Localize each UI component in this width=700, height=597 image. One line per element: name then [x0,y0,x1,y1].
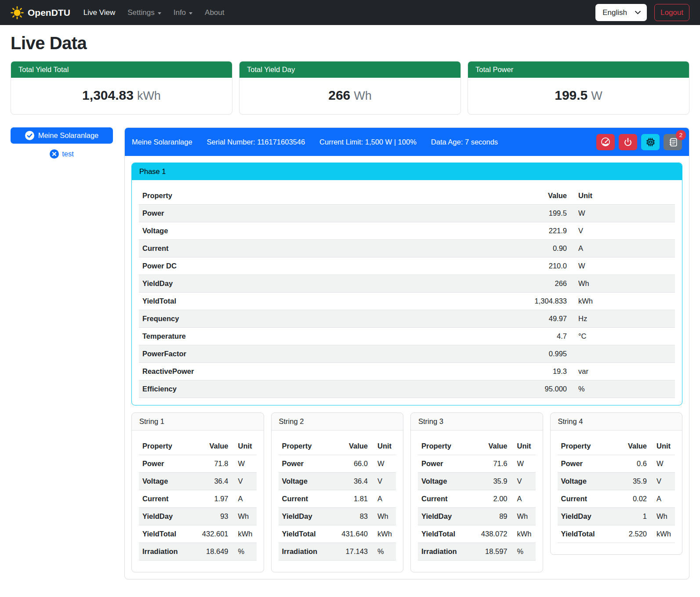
limit-settings-button[interactable] [596,134,615,150]
property-label: Temperature [139,328,513,345]
property-label: Current [139,240,513,257]
event-log-button[interactable]: 2 [664,134,682,150]
inverter-data-age: Data Age: 7 seconds [431,138,498,146]
property-value: 18.597 [472,543,511,561]
property-label: YieldDay [558,508,612,525]
stat-unit: kWh [137,89,161,102]
string-card: String 2 Property Value Unit Power66.0WV… [271,412,404,572]
property-unit: W [570,257,675,275]
string-table: Property Value Unit Power0.6WVoltage35.9… [558,438,675,543]
table-row: PowerFactor0.995 [139,345,675,363]
property-value: 0.02 [612,490,650,508]
property-label: Voltage [139,473,193,490]
inverter-serial: Serial Number: 116171603546 [207,138,305,146]
speedometer-icon [601,137,610,147]
nav-item-label: Info [174,8,186,17]
table-row: Power DC210.0W [139,257,675,275]
table-row: Current0.90A [139,240,675,257]
property-label: ReactivePower [139,363,513,380]
nav-item-label: Settings [127,8,154,17]
property-label: Voltage [418,473,472,490]
nav-item-settings[interactable]: Settings [127,8,161,17]
inverter-item-test[interactable]: test [11,149,113,159]
table-row: Current1.97A [139,490,257,508]
property-unit: V [650,473,675,490]
property-label: Current [418,490,472,508]
table-row: Voltage35.9V [558,473,675,490]
table-row: YieldTotal432.601kWh [139,525,257,543]
table-header-row: Property Value Unit [418,438,536,455]
property-value: 18.649 [193,543,232,561]
table-row: Current1.81A [279,490,396,508]
property-label: YieldTotal [279,525,333,543]
property-label: Voltage [279,473,333,490]
property-unit: Wh [232,508,257,525]
string-card-body: Property Value Unit Power71.6WVoltage35.… [411,431,543,572]
property-unit [570,345,675,363]
journal-text-icon [668,137,678,147]
inverter-name: Meine Solaranlage [132,138,192,146]
property-label: Current [279,490,333,508]
column-value: Value [193,438,232,455]
property-label: Power [139,455,193,473]
power-toggle-button[interactable] [619,134,637,150]
table-row: Voltage36.4V [279,473,396,490]
device-info-button[interactable] [641,134,660,150]
selected-inverter-button[interactable]: Meine Solaranlage [11,127,113,144]
property-unit: kWh [232,525,257,543]
property-value: 49.97 [513,310,570,328]
column-value: Value [472,438,511,455]
logout-button[interactable]: Logout [654,4,689,21]
table-row: Voltage36.4V [139,473,257,490]
string-card-title: String 3 [411,413,543,431]
phase-table: Property Value Unit Power199.5WVoltage22… [139,187,675,398]
property-label: Current [558,490,612,508]
property-unit: A [232,490,257,508]
property-unit: A [570,240,675,257]
column-value: Value [612,438,650,455]
stat-value: 266 [328,88,350,102]
property-unit: Hz [570,310,675,328]
strings-row: String 1 Property Value Unit Power71.8WV… [131,412,682,572]
nav-item-about[interactable]: About [205,8,224,17]
table-header-row: Property Value Unit [558,438,675,455]
property-label: Irradiation [139,543,193,561]
table-row: YieldTotal2.520kWh [558,525,675,543]
property-value: 199.5 [513,205,570,222]
property-value: 71.8 [193,455,232,473]
string-card-body: Property Value Unit Power66.0WVoltage36.… [272,431,403,572]
table-row: Power199.5W [139,205,675,222]
column-property: Property [139,438,193,455]
property-unit: V [232,473,257,490]
table-row: YieldDay89Wh [418,508,536,525]
column-unit: Unit [232,438,257,455]
column-property: Property [139,187,513,205]
property-label: YieldTotal [418,525,472,543]
property-label: Irradiation [418,543,472,561]
property-value: 35.9 [612,473,650,490]
property-label: YieldTotal [558,525,612,543]
nav-item-info[interactable]: Info [174,8,192,17]
property-label: Power [139,205,513,222]
table-row: Temperature4.7°C [139,328,675,345]
property-value: 2.00 [472,490,511,508]
column-property: Property [558,438,612,455]
language-select[interactable]: English [595,4,647,21]
property-unit: V [511,473,536,490]
totals-row: Total Yield Total 1,304.83kWh Total Yiel… [11,61,689,115]
column-unit: Unit [371,438,396,455]
table-row: Power71.8W [139,455,257,473]
property-label: Power [558,455,612,473]
brand[interactable]: OpenDTU [11,6,70,19]
property-unit: kWh [650,525,675,543]
property-value: 35.9 [472,473,511,490]
property-value: 1.81 [333,490,371,508]
table-row: YieldDay83Wh [279,508,396,525]
stat-card-title: Total Yield Total [11,62,232,78]
property-value: 4.7 [513,328,570,345]
string-card: String 1 Property Value Unit Power71.8WV… [131,412,264,572]
nav-item-live-view[interactable]: Live View [83,8,115,17]
property-label: Power DC [139,257,513,275]
property-unit: % [511,543,536,561]
property-unit: kWh [371,525,396,543]
